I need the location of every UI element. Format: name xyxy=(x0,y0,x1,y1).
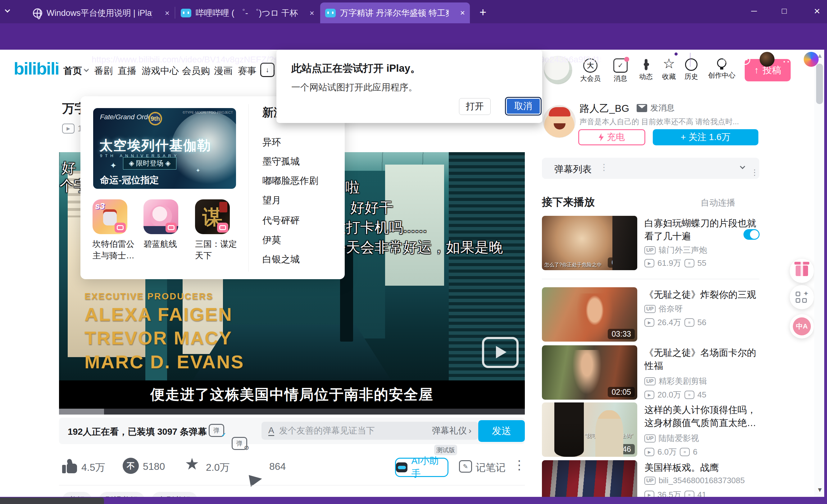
browser-tab-2[interactable]: 哔哩哔哩 ( ゜- ゜)つロ 干杯~-bilibili × xyxy=(176,3,319,23)
copilot-icon[interactable] xyxy=(804,52,819,67)
game-item-1[interactable]: s3 坎特伯雷公主与骑士… xyxy=(93,199,138,261)
new-game-item[interactable]: 异环 xyxy=(262,136,281,149)
danmaku-input[interactable] xyxy=(279,426,427,436)
tab-close-icon[interactable]: × xyxy=(309,8,314,18)
back-icon[interactable]: ← xyxy=(7,52,22,67)
uploader-row[interactable]: UP俗奈呀 xyxy=(644,303,683,314)
new-game-item[interactable]: 伊莫 xyxy=(262,234,281,247)
read-aloud-icon[interactable]: A xyxy=(638,55,644,64)
history-icon[interactable] xyxy=(740,54,750,65)
scroll-down-arrow[interactable]: ▼ xyxy=(817,486,823,494)
more-actions-icon[interactable]: ⋮ xyxy=(513,458,526,472)
danmaku-list-box[interactable]: 弹幕列表 ⋮ ⋮ xyxy=(542,158,759,179)
video-thumbnail[interactable]: 02:05 xyxy=(542,345,637,400)
page-scrollbar-thumb[interactable] xyxy=(816,64,823,104)
font-style-icon[interactable]: A xyxy=(268,426,274,436)
coin-icon[interactable]: 不 xyxy=(123,458,139,474)
miniplayer-fab-button[interactable]: ✦ xyxy=(790,285,814,309)
follow-button[interactable]: + 关注 1.6万 xyxy=(653,129,759,145)
new-game-item[interactable]: 墨守孤城 xyxy=(262,155,300,168)
window-maximize-button[interactable]: □ xyxy=(774,4,794,18)
favorite-icon[interactable]: ★ xyxy=(185,455,199,473)
share-count[interactable]: 864 xyxy=(269,461,286,472)
send-message-link[interactable]: 发消息 xyxy=(637,102,675,113)
uploader-row[interactable]: UP陆陆爱影视 xyxy=(644,433,699,444)
more-options-icon[interactable]: … xyxy=(781,51,796,65)
video-title[interactable]: 《无耻之徒》炸裂你的三观 xyxy=(644,288,763,301)
expand-chevron-icon[interactable] xyxy=(740,164,745,169)
toolbar-divider xyxy=(690,53,690,67)
playlist-item[interactable]: 03:33 《无耻之徒》炸裂你的三观 UP俗奈呀 ▶26.4万 ≡56 xyxy=(542,287,763,345)
fgo-logo: Fate/Grand Order xyxy=(100,113,154,121)
danmaku-text: 好好干 xyxy=(350,198,393,217)
tab-close-icon[interactable]: × xyxy=(165,8,169,18)
uploader-row[interactable]: UP精彩美剧剪辑 xyxy=(644,376,707,387)
video-thumbnail[interactable]: 00:22 xyxy=(542,460,637,500)
uploader-name[interactable]: 路人乙_BG xyxy=(580,102,629,115)
uploader-row[interactable]: UPbili_3546800168373085 xyxy=(644,476,745,485)
video-progress-bar[interactable] xyxy=(59,409,525,414)
playlist-item[interactable]: "我可没那么容易上钩" 00:46 这样的美人计你顶得住吗，这身材颜值气质简直太… xyxy=(542,402,763,460)
extensions-icon[interactable] xyxy=(670,54,671,60)
dialog-open-button[interactable]: 打开 xyxy=(459,98,491,115)
fgo-banner[interactable]: Fate/Grand Order 9th ©TYPE-MOON / FGO PR… xyxy=(93,108,236,189)
playlist-item[interactable]: 怎么了?你正处于危险之中 00:26 白寡妇玩蝴蝶刀的片段也就看了几十遍 UP辕… xyxy=(542,216,763,278)
like-icon[interactable] xyxy=(62,459,78,473)
video-thumbnail[interactable]: "我可没那么容易上钩" 00:46 xyxy=(542,402,637,457)
tab-close-icon[interactable]: × xyxy=(460,8,465,18)
collections-icon[interactable]: ☆ xyxy=(719,52,734,67)
browser-profile-avatar[interactable] xyxy=(760,52,775,67)
banner-title: 太空埃列什基伽勒 xyxy=(99,137,211,155)
duration-badge: 00:26 xyxy=(608,257,635,268)
dialog-cancel-button[interactable]: 取消 xyxy=(505,97,542,115)
danmaku-toggle-icon[interactable]: 弹✓ xyxy=(209,424,224,437)
home-icon[interactable]: ⌂ xyxy=(52,52,67,67)
video-thumbnail[interactable]: 03:33 xyxy=(542,287,637,342)
window-close-button[interactable]: × xyxy=(807,4,827,18)
window-bottom-edge xyxy=(0,497,827,504)
new-game-item[interactable]: 望月 xyxy=(262,194,281,207)
new-tab-button[interactable]: + xyxy=(480,6,486,19)
danmaku-list-menu-icon[interactable]: ⋮ xyxy=(600,162,609,172)
video-title[interactable]: 白寡妇玩蝴蝶刀的片段也就看了几十遍 xyxy=(644,217,763,243)
bilibili-game-badge xyxy=(165,223,177,233)
tab-search-chevron-icon[interactable] xyxy=(6,7,14,16)
game-item-3[interactable]: 谋 三国：谋定天下 xyxy=(195,199,240,261)
send-danmaku-button[interactable]: 发送 xyxy=(478,420,525,442)
gift-fab-button[interactable] xyxy=(790,259,814,283)
note-icon[interactable]: ✎ xyxy=(459,460,472,473)
like-count[interactable]: 4.5万 xyxy=(81,461,105,474)
video-title[interactable]: 《无耻之徒》名场面卡尔的性福 xyxy=(644,346,763,372)
playlist-item[interactable]: 02:05 《无耻之徒》名场面卡尔的性福 UP精彩美剧剪辑 ▶20.0万 ≡45 xyxy=(542,345,763,403)
favorite-star-icon[interactable]: ☆ xyxy=(649,54,658,65)
game-item-2[interactable]: 碧蓝航线 xyxy=(143,199,189,250)
uploader-avatar[interactable] xyxy=(543,105,576,138)
tab-title: 万字精讲 丹泽尔华盛顿 特工爽片 xyxy=(340,7,449,19)
browser-tab-1[interactable]: Windows平台使用说明 | iPlay × xyxy=(28,3,175,23)
favorite-count[interactable]: 2.0万 xyxy=(206,461,230,474)
danmaku-etiquette-link[interactable]: 弹幕礼仪› xyxy=(432,425,472,437)
translate-fab-button[interactable]: 中A xyxy=(790,314,814,339)
refresh-icon[interactable]: ↻ xyxy=(30,52,45,67)
new-game-item[interactable]: 嘟嘟脸恶作剧 xyxy=(262,174,318,187)
page-scrollbar-track[interactable] xyxy=(814,50,825,504)
browser-tab-3-active[interactable]: 万字精讲 丹泽尔华盛顿 特工爽片 × xyxy=(320,2,470,23)
uploader-row[interactable]: UP辕门外三声炮 xyxy=(644,245,707,256)
ai-assistant-button[interactable]: AI小助手 xyxy=(395,458,448,477)
video-thumbnail[interactable]: 怎么了?你正处于危险之中 00:26 xyxy=(542,216,637,270)
coin-count[interactable]: 5180 xyxy=(143,461,165,472)
video-title[interactable]: 美国样板戏。战鹰 xyxy=(644,461,763,474)
danmaku-list-more-icon[interactable]: ⋮ xyxy=(750,168,759,177)
charge-button[interactable]: 充电 xyxy=(578,129,645,145)
playlist-item[interactable]: 00:22 美国样板戏。战鹰 UPbili_3546800168373085 ▶… xyxy=(542,460,763,500)
lightning-icon xyxy=(599,133,604,141)
subtitle-bar: 便走进了这栋美国中情局位于南非的安全屋 xyxy=(59,381,525,409)
video-title[interactable]: 这样的美人计你顶得住吗，这身材颜值气质简直太绝了！ xyxy=(644,403,763,430)
note-label[interactable]: 记笔记 xyxy=(476,461,505,474)
new-game-item[interactable]: 代号砰砰 xyxy=(262,214,300,227)
new-game-item[interactable]: 白银之城 xyxy=(262,253,300,266)
media-controls-icon[interactable]: ♪ xyxy=(694,52,709,67)
bilibili-watermark-icon xyxy=(482,337,519,368)
window-minimize-button[interactable]: ─ xyxy=(744,4,764,18)
danmaku-settings-icon[interactable]: 弹⚙ xyxy=(232,437,247,450)
